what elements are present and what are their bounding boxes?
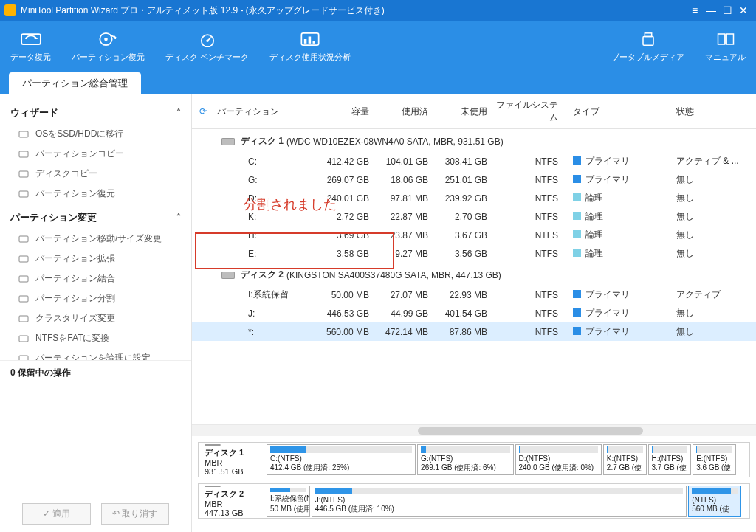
- disk-map-partition[interactable]: J:(NTFS)446.5 GB (使用済: 10%): [312, 486, 687, 517]
- partition-row[interactable]: E:3.58 GB9.27 MB3.56 GBNTFS論理無し: [192, 244, 756, 263]
- tool-bootable-media[interactable]: ブータブルメディア: [601, 27, 695, 67]
- cell-fs: NTFS: [495, 249, 566, 259]
- disk-map-partition[interactable]: D:(NTFS)240.0 GB (使用済: 0%): [515, 444, 602, 475]
- undo-button[interactable]: ↶ 取り消す: [101, 503, 170, 525]
- svg-rect-13: [643, 36, 653, 45]
- tab-label: パーティション総合管理: [22, 77, 128, 89]
- minimize-button[interactable]: —: [703, 4, 719, 16]
- disk-map-partition[interactable]: C:(NTFS)412.4 GB (使用済: 25%): [267, 444, 416, 475]
- disk-map-partition[interactable]: G:(NTFS)269.1 GB (使用済: 6%): [417, 444, 513, 475]
- sidebar-item-label: クラスタサイズ変更: [35, 312, 115, 325]
- sidebar-item-label: パーティション分割: [35, 292, 115, 305]
- tool-disk-usage[interactable]: ディスク使用状況分析: [259, 27, 361, 67]
- partition-row[interactable]: H:3.69 GB23.87 MB3.67 GBNTFS論理無し: [192, 226, 756, 244]
- horizontal-scrollbar[interactable]: [192, 424, 756, 436]
- sidebar-item[interactable]: ディスクコピー: [0, 164, 191, 184]
- cell-state: 無し: [669, 325, 756, 338]
- cell-type: プライマリ: [566, 325, 669, 338]
- app-title: MiniTool Partition Wizard プロ・アルティメット版 12…: [21, 4, 385, 17]
- svg-rect-11: [313, 41, 316, 44]
- cell-type: 論理: [566, 210, 669, 223]
- close-button[interactable]: ✕: [735, 4, 752, 16]
- sidebar-item[interactable]: クラスタサイズ変更: [0, 308, 191, 328]
- partition-table-header: ⟳ パーティション 容量 使用済 未使用 ファイルシステム タイプ 状態: [192, 94, 756, 129]
- tool-disk-benchmark[interactable]: ディスク ベンチマーク: [155, 27, 259, 67]
- sidebar-item-label: パーティション移動/サイズ変更: [35, 232, 162, 245]
- disk-map-partition[interactable]: (NTFS)560 MB (使: [688, 486, 741, 517]
- sidebar-item[interactable]: OSをSSD/HDDに移行: [0, 124, 191, 144]
- tool-manual[interactable]: マニュアル: [695, 27, 756, 67]
- disk-map-partition[interactable]: H:(NTFS)3.7 GB (使: [648, 444, 692, 475]
- disk-map-partition[interactable]: K:(NTFS)2.7 GB (使: [603, 444, 647, 475]
- partition-row[interactable]: D:240.01 GB97.81 MB239.92 GBNTFS論理無し: [192, 189, 756, 207]
- refresh-button[interactable]: ⟳: [192, 106, 214, 117]
- partition-row[interactable]: I:系統保留50.00 MB27.07 MB22.93 MBNTFSプライマリア…: [192, 286, 756, 304]
- svg-rect-16: [19, 151, 28, 157]
- svg-rect-22: [19, 296, 28, 302]
- sidebar-item[interactable]: パーティションを論理に設定: [0, 348, 191, 360]
- disk-header[interactable]: ディスク 2(KINGSTON SA400S37480G SATA, MBR, …: [192, 263, 756, 286]
- apply-button[interactable]: ✓ 適用: [22, 503, 91, 525]
- sidebar-header-change[interactable]: パーティション変更 ˄: [0, 204, 191, 229]
- tab-main[interactable]: パーティション総合管理: [9, 72, 141, 94]
- sidebar-item-label: パーティション結合: [35, 272, 115, 285]
- cell-partition: E:: [214, 249, 317, 259]
- dm-part-name: E:(NTFS): [696, 455, 732, 463]
- disk-map-header[interactable]: ディスク 2MBR447.13 GB: [199, 484, 265, 518]
- menu-icon[interactable]: ≡: [687, 4, 703, 16]
- sidebar-item[interactable]: NTFSをFATに変換: [0, 328, 191, 348]
- svg-rect-15: [19, 131, 28, 137]
- tool-label: ディスク使用状況分析: [269, 52, 351, 63]
- dm-part-name: J:(NTFS): [315, 496, 684, 504]
- sidebar-item-icon: [18, 253, 30, 265]
- dm-part-name: G:(NTFS): [421, 455, 509, 463]
- tool-label: ブータブルメディア: [611, 52, 684, 63]
- cell-capacity: 269.07 GB: [317, 175, 377, 185]
- cell-state: アクティブ & ...: [669, 155, 756, 167]
- partition-row[interactable]: K:2.72 GB22.87 MB2.70 GBNTFS論理無し: [192, 207, 756, 226]
- svg-marker-4: [114, 35, 117, 38]
- cell-capacity: 50.00 MB: [317, 290, 377, 300]
- cell-type: プライマリ: [566, 307, 669, 319]
- book-icon: [715, 31, 736, 47]
- sidebar-item-label: パーティション拡張: [35, 252, 115, 265]
- disk-map-partition[interactable]: E:(NTFS)3.6 GB (使: [693, 444, 736, 475]
- cell-capacity: 2.72 GB: [317, 212, 377, 222]
- maximize-button[interactable]: ☐: [719, 4, 735, 16]
- tool-partition-recovery[interactable]: パーティション復元: [61, 27, 155, 67]
- disk-map-partition[interactable]: I:系統保留(N50 MB (使用: [267, 486, 310, 517]
- sidebar-header-wizard[interactable]: ウィザード ˄: [0, 99, 191, 124]
- cell-fs: NTFS: [495, 193, 566, 204]
- dm-part-name: K:(NTFS): [607, 455, 643, 463]
- partition-row[interactable]: C:412.42 GB104.01 GB308.41 GBNTFSプライマリアク…: [192, 152, 756, 170]
- dm-part-sub: 269.1 GB (使用済: 6%): [421, 463, 509, 473]
- cell-used: 23.87 MB: [377, 230, 436, 241]
- cell-fs: NTFS: [495, 308, 566, 319]
- cell-used: 97.81 MB: [377, 193, 436, 204]
- sidebar-item[interactable]: パーティション復元: [0, 184, 191, 204]
- svg-point-3: [104, 37, 108, 41]
- cell-type: プライマリ: [566, 173, 669, 186]
- cell-fs: NTFS: [495, 156, 566, 167]
- svg-rect-25: [19, 356, 28, 361]
- cell-used: 9.27 MB: [377, 249, 436, 259]
- tool-label: パーティション復元: [72, 52, 145, 63]
- dm-part-name: D:(NTFS): [519, 455, 598, 463]
- partition-row[interactable]: G:269.07 GB18.06 GB251.01 GBNTFSプライマリ無し: [192, 170, 756, 189]
- sidebar-item[interactable]: パーティション分割: [0, 289, 191, 308]
- cell-used: 22.87 MB: [377, 212, 436, 222]
- tool-data-recovery[interactable]: データ復元: [0, 27, 61, 67]
- sidebar-item-icon: [18, 128, 30, 140]
- sidebar-item[interactable]: パーティション結合: [0, 269, 191, 289]
- disk-header[interactable]: ディスク 1(WDC WD10EZEX-08WN4A0 SATA, MBR, 9…: [192, 129, 756, 152]
- sidebar-item[interactable]: パーティションコピー: [0, 144, 191, 164]
- cell-used: 18.06 GB: [377, 175, 436, 185]
- cell-partition: H:: [214, 230, 317, 241]
- partition-row[interactable]: J:446.53 GB44.99 GB401.54 GBNTFSプライマリ無し: [192, 304, 756, 322]
- disk-map-header[interactable]: ディスク 1MBR931.51 GB: [199, 443, 265, 477]
- disk-map-area: ディスク 1MBR931.51 GBC:(NTFS)412.4 GB (使用済:…: [192, 436, 756, 532]
- partition-table-body[interactable]: 分割されました ディスク 1(WDC WD10EZEX-08WN4A0 SATA…: [192, 129, 756, 424]
- sidebar-item[interactable]: パーティション移動/サイズ変更: [0, 229, 191, 249]
- sidebar-item[interactable]: パーティション拡張: [0, 249, 191, 269]
- partition-row[interactable]: *:560.00 MB472.14 MB87.86 MBNTFSプライマリ無し: [192, 322, 756, 341]
